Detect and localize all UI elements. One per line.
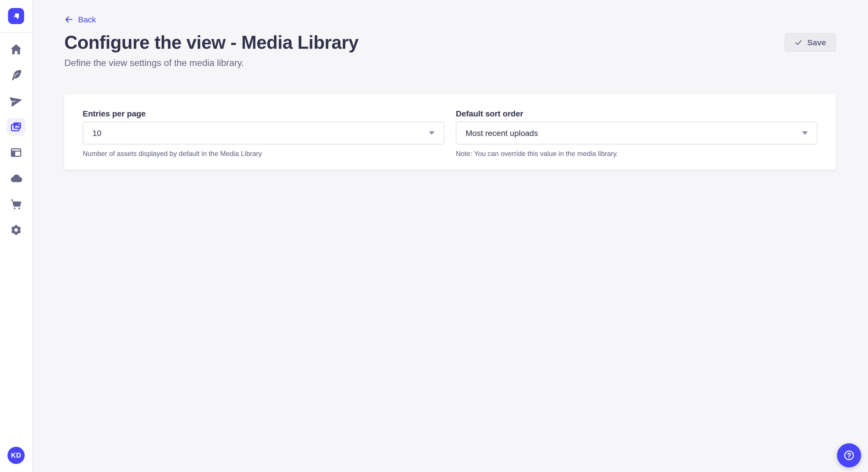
field-entries-per-page: Entries per page 10 Number of assets dis… [83, 108, 444, 158]
sidebar-item-settings[interactable] [7, 221, 25, 239]
avatar[interactable]: KD [7, 447, 25, 464]
main-content: Back Configure the view - Media Library … [32, 0, 868, 472]
default-sort-order-label: Default sort order [456, 108, 817, 119]
layout-window-icon [9, 146, 23, 160]
media-library-icon [9, 120, 23, 134]
save-label: Save [807, 38, 826, 47]
back-link[interactable]: Back [64, 14, 96, 25]
strapi-logo[interactable] [0, 0, 32, 33]
arrow-left-icon [64, 15, 73, 24]
cloud-icon [9, 171, 23, 185]
save-button[interactable]: Save [785, 33, 836, 52]
page-title: Configure the view - Media Library [64, 31, 359, 54]
entries-per-page-hint: Number of assets displayed by default in… [83, 149, 444, 158]
cart-icon [9, 197, 23, 211]
sidebar-nav [0, 33, 32, 239]
sidebar-item-marketplace[interactable] [7, 195, 25, 213]
gear-icon [9, 223, 23, 237]
app-root: KD Back Configure the view - Media Libra… [0, 0, 868, 472]
default-sort-order-select[interactable]: Most recent uploads [456, 122, 817, 144]
default-sort-order-hint: Note: You can override this value in the… [456, 149, 817, 158]
paper-plane-icon [9, 94, 23, 108]
default-sort-order-value: Most recent uploads [466, 129, 538, 138]
entries-per-page-select[interactable]: 10 [83, 122, 444, 144]
home-icon [9, 42, 23, 56]
entries-per-page-value: 10 [92, 129, 101, 138]
check-icon [795, 38, 803, 46]
chevron-down-icon [802, 131, 808, 135]
sidebar-item-media-library[interactable] [7, 117, 25, 136]
page-subtitle: Define the view settings of the media li… [64, 56, 836, 70]
sidebar: KD [0, 0, 33, 472]
question-mark-icon [843, 449, 856, 462]
sidebar-item-content-manager[interactable] [7, 66, 25, 84]
feather-icon [9, 68, 23, 82]
sidebar-item-content-type-builder[interactable] [7, 143, 25, 162]
sidebar-item-home[interactable] [7, 40, 25, 59]
sidebar-item-releases[interactable] [7, 92, 25, 110]
field-default-sort-order: Default sort order Most recent uploads N… [456, 108, 817, 158]
strapi-logo-glyph [10, 10, 22, 22]
sidebar-item-deploy[interactable] [7, 169, 25, 188]
title-row: Configure the view - Media Library Save [64, 31, 836, 54]
chevron-down-icon [429, 131, 435, 135]
help-button[interactable] [837, 443, 861, 467]
back-label: Back [78, 15, 96, 24]
strapi-logo-icon [8, 8, 24, 24]
view-settings-card: Entries per page 10 Number of assets dis… [64, 94, 836, 170]
entries-per-page-label: Entries per page [83, 108, 444, 119]
